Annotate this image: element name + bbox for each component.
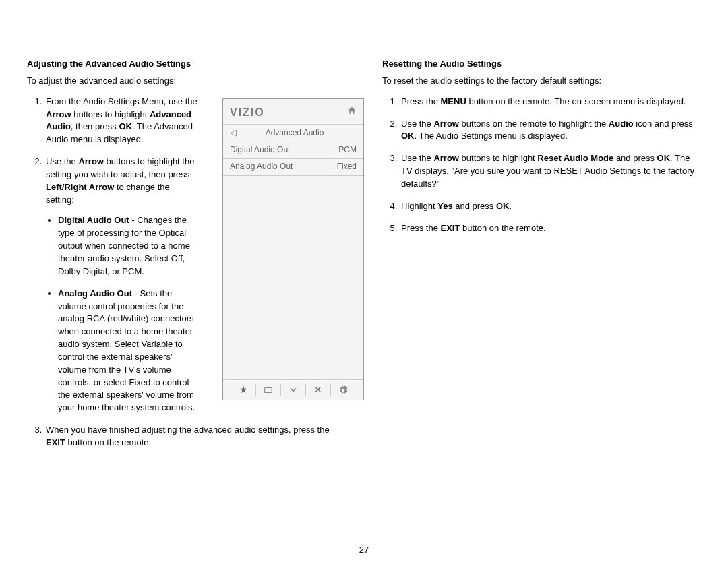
close-icon: ✕	[306, 384, 331, 396]
list-item: When you have finished adjusting the adv…	[44, 424, 346, 449]
right-column: Resetting the Audio Settings To reset th…	[382, 58, 701, 459]
vizio-tab-label: Advanced Audio	[245, 127, 357, 139]
menu-row-analog: Analog Audio Out Fixed	[223, 159, 363, 176]
list-item: Press the EXIT button on the remote.	[400, 222, 701, 235]
menu-row-label: Analog Audio Out	[230, 161, 293, 173]
gear-icon	[331, 384, 355, 396]
list-item: Use the Arrow buttons on the remote to h…	[400, 118, 701, 144]
list-item: Digital Audio Out - Changes the type of …	[58, 214, 200, 278]
back-arrow-icon: ◁	[230, 127, 237, 139]
page-number: 27	[0, 544, 728, 557]
menu-row-value: Fixed	[337, 161, 357, 173]
list-item: Use the Arrow buttons to highlight the s…	[44, 156, 200, 414]
menu-row-value: PCM	[338, 144, 357, 156]
vizio-logo: VIZIO	[230, 104, 265, 120]
list-item: Highlight Yes and press OK.	[400, 200, 701, 213]
list-item: From the Audio Settings Menu, use the Ar…	[44, 96, 200, 146]
v-icon	[281, 384, 306, 396]
menu-row-label: Digital Audio Out	[230, 144, 290, 156]
screen-icon	[256, 384, 281, 396]
list-item: Analog Audio Out - Sets the volume contr…	[58, 288, 200, 414]
steps-right: Press the MENU button on the remote. The…	[382, 96, 701, 235]
vizio-menu-panel: VIZIO ◁ Advanced Audio Digital Audio Out…	[222, 98, 364, 400]
list-item: Use the Arrow buttons to highlight Reset…	[400, 152, 701, 191]
section-title-right: Resetting the Audio Settings	[382, 58, 701, 71]
vizio-bottom-bar: ★ ✕	[223, 379, 363, 400]
menu-row-digital: Digital Audio Out PCM	[223, 142, 363, 159]
vizio-header: VIZIO	[223, 99, 363, 125]
list-item: Press the MENU button on the remote. The…	[400, 96, 701, 108]
svg-rect-0	[265, 387, 272, 392]
section-title-left: Adjusting the Advanced Audio Settings	[27, 58, 346, 71]
home-icon	[347, 106, 357, 119]
sub-bullets: Digital Audio Out - Changes the type of …	[46, 214, 200, 414]
intro-left: To adjust the advanced audio settings:	[27, 75, 346, 88]
vizio-tab-row: ◁ Advanced Audio	[223, 125, 363, 142]
star-icon: ★	[231, 384, 256, 396]
left-column: Adjusting the Advanced Audio Settings To…	[27, 58, 346, 459]
intro-right: To reset the audio settings to the facto…	[382, 75, 701, 88]
